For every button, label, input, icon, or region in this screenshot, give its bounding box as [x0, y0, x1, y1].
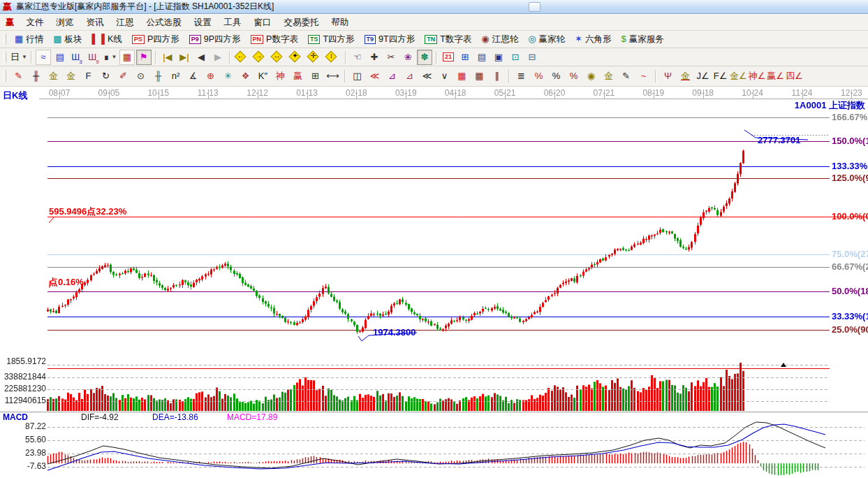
first-bar-icon[interactable]: |◀ [160, 50, 175, 65]
pattern-tool-icon[interactable]: ✽ [417, 50, 432, 65]
crosshair-tool-icon[interactable]: ✚ [367, 50, 382, 65]
p-number-button[interactable]: PNP数字表 [246, 34, 303, 45]
spiral-ruler-icon[interactable]: ↻ [98, 68, 114, 85]
flower-tool-icon[interactable]: ❀ [400, 50, 415, 65]
next-bar-icon[interactable]: ▶ [210, 50, 226, 65]
sectors-button[interactable]: ▩板块 [48, 34, 87, 45]
f-ruler-icon[interactable]: F [80, 68, 96, 85]
j-angle-icon[interactable]: J∠ [695, 68, 711, 85]
brush-ruler-icon[interactable]: ✐ [115, 68, 131, 85]
p-square-button[interactable]: PSP四方形 [127, 34, 184, 45]
hexagon-button[interactable]: ✶六角形 [570, 34, 616, 45]
gann-ruler-icon[interactable]: ╫ [28, 68, 44, 85]
menu-item-4[interactable]: 公式选股 [140, 15, 188, 31]
gold-under-icon[interactable]: 金 [677, 68, 693, 85]
candle-style-button[interactable]: ∎▼ [103, 50, 118, 65]
notes-icon[interactable]: ▤ [474, 50, 490, 65]
t-square-button[interactable]: TST四方形 [303, 34, 360, 45]
menu-item-9[interactable]: 帮助 [325, 15, 355, 31]
calculator-icon[interactable]: ⊞ [457, 50, 473, 65]
period-day-button[interactable]: 日▼ [10, 50, 27, 65]
n2-ruler-icon[interactable]: n² [168, 68, 184, 85]
t9-square-button[interactable]: T99T四方形 [360, 34, 420, 45]
calendar-icon[interactable]: 21 [441, 50, 456, 65]
expand-vertical-icon[interactable]: ↕ [325, 51, 341, 63]
draw-pen-icon[interactable]: ✎ [10, 68, 27, 85]
main-toolbar: ▦行情▩板块▌▐K线PSP四方形P99P四方形PNP数字表TST四方形T99T四… [0, 31, 868, 48]
menu-item-7[interactable]: 窗口 [248, 15, 278, 31]
printer-icon[interactable]: ⊟ [524, 50, 540, 65]
flag-icon[interactable]: ⚑ [136, 50, 152, 65]
menu-item-6[interactable]: 工具 [218, 15, 248, 31]
ying-angle-icon[interactable]: 赢∠ [767, 68, 784, 85]
t-number-button[interactable]: TNT数字表 [420, 34, 476, 45]
titlebar-button[interactable] [529, 2, 540, 12]
gold-line-icon[interactable]: 金 [601, 68, 617, 85]
menu-item-5[interactable]: 设置 [188, 15, 218, 31]
expand-horizontal-icon[interactable]: ↔ [271, 51, 286, 63]
fan-box2-icon[interactable]: ⊿ [402, 68, 418, 85]
grid-dark-icon[interactable]: ▦ [471, 68, 487, 85]
ying-ruler-icon[interactable]: 赢 [290, 68, 306, 85]
chart-canvas[interactable] [0, 87, 868, 478]
menu-item-1[interactable]: 浏览 [50, 15, 80, 31]
percent-line-icon[interactable]: % [531, 68, 547, 85]
hand-tool-icon[interactable]: ☜ [350, 50, 365, 65]
grid-red-icon[interactable]: ▦ [454, 68, 470, 85]
bars3-icon[interactable]: Ш3 [69, 50, 84, 65]
prev-bar-icon[interactable]: ◀ [193, 50, 209, 65]
circle-cross-icon[interactable]: ⊕ [203, 68, 219, 85]
comb-ruler-icon[interactable]: ╫ [150, 68, 166, 85]
kline-button[interactable]: ▌▐K线 [87, 34, 127, 45]
abacus-icon[interactable]: ⊞ [307, 68, 323, 85]
quotes-button[interactable]: ▦行情 [10, 34, 48, 45]
web-box-icon[interactable]: ❖ [237, 68, 253, 85]
percent-icon[interactable]: % [548, 68, 564, 85]
measure-tool-icon[interactable]: ✂ [383, 50, 399, 65]
wave-overlay-icon[interactable]: ≈ [36, 50, 51, 65]
pen2-icon[interactable]: ✎ [618, 68, 634, 85]
info-doc-icon[interactable]: ▤ [52, 50, 68, 65]
service-button[interactable]: $赢家服务 [616, 34, 668, 45]
gold-ruler2-icon[interactable]: 金 [63, 68, 79, 85]
percent-level-icon[interactable]: % [566, 68, 582, 85]
wave-line-icon[interactable]: ~ [635, 68, 652, 85]
screen-share-icon[interactable]: ⊡ [508, 50, 523, 65]
last-bar-icon[interactable]: ▶| [177, 50, 192, 65]
bars9-icon[interactable]: Ш9 [86, 50, 101, 65]
star-web-icon[interactable]: ✳ [220, 68, 236, 85]
clock-ruler-icon[interactable]: ⊙ [133, 68, 149, 85]
gann-fan-icon[interactable]: ≪ [367, 68, 383, 85]
shen-ruler-icon[interactable]: 神 [272, 68, 288, 85]
gold-angle-icon[interactable]: 金∠ [730, 68, 747, 85]
macd-indicator-label[interactable]: MACD [3, 413, 28, 422]
parallel-lines-icon[interactable]: ∥ [489, 68, 505, 85]
measure-box-icon[interactable]: ◫ [349, 68, 365, 85]
menu-item-8[interactable]: 交易委托 [278, 15, 325, 31]
winner-wheel-button[interactable]: ◎赢家轮 [523, 34, 570, 45]
gold-circle-icon[interactable]: ◉ [583, 68, 599, 85]
shift-right-icon[interactable]: → [253, 51, 268, 63]
fan-black-icon[interactable]: ≪ [419, 68, 435, 85]
span-arrows-icon[interactable]: ⟷ [325, 68, 341, 85]
f-angle-icon[interactable]: F∠ [712, 68, 728, 85]
pattern-grid-icon[interactable]: ▦ [119, 50, 135, 65]
expand-all-icon[interactable]: ✛ [307, 51, 323, 63]
save-icon[interactable]: ▣ [491, 50, 506, 65]
menu-item-2[interactable]: 资讯 [80, 15, 110, 31]
vee-wave-icon[interactable]: ∨ [436, 68, 453, 85]
cup-icon[interactable]: Ψ [660, 68, 676, 85]
angle-ruler-icon[interactable]: ∡ [185, 68, 201, 85]
k-quote-icon[interactable]: K″ [255, 68, 271, 85]
si-angle-icon[interactable]: 四∠ [786, 68, 803, 85]
shen-angle-icon[interactable]: 神∠ [749, 68, 766, 85]
compress-icon[interactable]: ✦ [289, 51, 304, 63]
menu-item-0[interactable]: 文件 [20, 15, 50, 31]
shift-left-icon[interactable]: ← [235, 51, 250, 63]
p9-square-button[interactable]: P99P四方形 [184, 34, 246, 45]
gold-ruler-icon[interactable]: 金 [45, 68, 61, 85]
menu-item-3[interactable]: 江恩 [110, 15, 140, 31]
gann-wheel-button[interactable]: ◉江恩轮 [476, 34, 523, 45]
price-ladder-icon[interactable]: ≣ [513, 68, 529, 85]
fan-box-icon[interactable]: ⊿ [384, 68, 400, 85]
